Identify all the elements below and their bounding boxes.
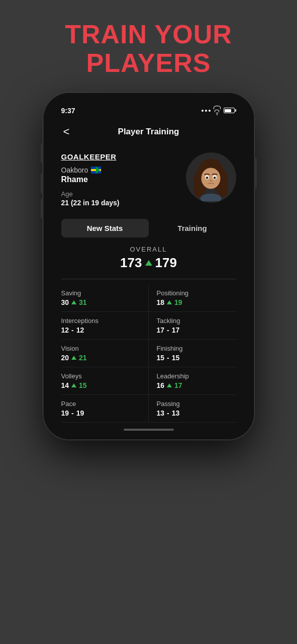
stat-value: 1415 xyxy=(61,381,140,389)
svg-point-9 xyxy=(206,177,209,179)
player-club-row: Oakboro xyxy=(61,166,186,174)
stat-old-value: 15 xyxy=(157,354,165,362)
stat-value: 17 - 17 xyxy=(157,326,236,334)
stats-grid: Saving3031Positioning1819Interceptions12… xyxy=(49,282,248,423)
overall-label: OVERALL xyxy=(61,246,236,253)
stat-new-value: 21 xyxy=(79,354,87,362)
player-name: Rhame xyxy=(61,175,186,184)
stat-old-value: 18 xyxy=(157,298,165,306)
stat-up-arrow xyxy=(71,383,76,387)
stat-cell-vision: Vision2021 xyxy=(61,340,149,367)
stat-cell-finishing: Finishing15 - 15 xyxy=(149,340,236,367)
player-age-value: 21 (22 in 19 days) xyxy=(61,199,186,207)
stat-old-value: 17 xyxy=(157,326,165,334)
back-button[interactable]: < xyxy=(59,123,74,140)
flag-icon xyxy=(91,167,101,174)
stat-separator: - xyxy=(71,326,74,334)
stat-value: 15 - 15 xyxy=(157,354,236,362)
stat-name: Leadership xyxy=(157,372,236,380)
stat-name: Volleys xyxy=(61,372,140,380)
stat-old-value: 16 xyxy=(157,381,165,389)
stat-name: Passing xyxy=(157,400,236,408)
overall-value: 173 179 xyxy=(61,255,236,271)
stat-value: 12 - 12 xyxy=(61,326,140,334)
stat-value: 19 - 19 xyxy=(61,409,140,417)
stat-separator: - xyxy=(167,409,169,417)
stat-cell-passing: Passing13 - 13 xyxy=(149,395,236,423)
stat-old-value: 30 xyxy=(61,298,69,306)
overall-divider xyxy=(61,279,236,279)
overall-section: OVERALL 173 179 xyxy=(49,237,248,276)
headline-line2: PLAYERS xyxy=(86,48,211,77)
stat-new-value: 12 xyxy=(76,326,84,334)
stat-cell-positioning: Positioning1819 xyxy=(149,284,236,312)
stat-cell-interceptions: Interceptions12 - 12 xyxy=(61,312,149,340)
stat-new-value: 17 xyxy=(174,381,182,389)
headline-line1: TRAIN YOUR xyxy=(65,20,232,49)
stat-cell-leadership: Leadership1617 xyxy=(149,367,236,395)
overall-old: 173 xyxy=(120,255,142,271)
player-position: GOALKEEPER xyxy=(61,152,186,161)
signal-icon xyxy=(202,110,211,112)
stat-value: 2021 xyxy=(61,354,140,362)
home-bar xyxy=(124,429,174,431)
stat-new-value: 13 xyxy=(172,409,180,417)
stat-value: 13 - 13 xyxy=(157,409,236,417)
status-icons xyxy=(202,106,236,115)
svg-point-6 xyxy=(202,168,221,189)
stat-name: Pace xyxy=(61,400,140,408)
stat-separator: - xyxy=(71,409,74,417)
notch xyxy=(119,99,179,113)
stat-new-value: 19 xyxy=(174,298,182,306)
overall-new: 179 xyxy=(155,255,177,271)
stat-name: Tackling xyxy=(157,317,236,325)
stat-value: 1819 xyxy=(157,298,236,306)
battery-icon xyxy=(224,108,236,113)
home-indicator xyxy=(49,423,248,434)
svg-point-10 xyxy=(214,177,216,179)
headline: TRAIN YOUR PLAYERS xyxy=(55,0,242,93)
tab-training[interactable]: Training xyxy=(149,219,236,237)
stat-cell-tackling: Tackling17 - 17 xyxy=(149,312,236,340)
stat-new-value: 15 xyxy=(172,354,180,362)
stat-separator: - xyxy=(167,326,169,334)
stat-new-value: 19 xyxy=(76,409,84,417)
stat-name: Interceptions xyxy=(61,317,140,325)
player-info: GOALKEEPER Oakboro Rhame Age 21 (22 in 1… xyxy=(61,152,186,207)
stat-old-value: 12 xyxy=(61,326,69,334)
player-avatar xyxy=(186,152,236,203)
nav-title: Player Training xyxy=(118,127,179,137)
stat-up-arrow xyxy=(167,300,172,304)
status-time: 9:37 xyxy=(61,107,75,115)
svg-point-13 xyxy=(210,180,213,182)
stat-name: Positioning xyxy=(157,289,236,297)
tab-new-stats[interactable]: New Stats xyxy=(61,219,149,237)
wifi-icon xyxy=(214,106,221,115)
player-age-label: Age xyxy=(61,190,186,198)
stat-cell-saving: Saving3031 xyxy=(61,284,149,312)
svg-point-12 xyxy=(215,177,216,178)
stat-cell-volleys: Volleys1415 xyxy=(61,367,149,395)
svg-point-11 xyxy=(207,177,208,178)
overall-up-arrow xyxy=(145,260,152,266)
stat-old-value: 20 xyxy=(61,354,69,362)
stat-new-value: 31 xyxy=(79,298,87,306)
phone-screen: 9:37 xyxy=(49,99,248,434)
tabs-row: New Stats Training xyxy=(61,219,236,237)
stat-new-value: 17 xyxy=(172,326,180,334)
stat-old-value: 14 xyxy=(61,381,69,389)
stat-old-value: 13 xyxy=(157,409,165,417)
player-section: GOALKEEPER Oakboro Rhame Age 21 (22 in 1… xyxy=(49,147,248,215)
stat-new-value: 15 xyxy=(79,381,87,389)
stat-cell-pace: Pace19 - 19 xyxy=(61,395,149,423)
stat-name: Saving xyxy=(61,289,140,297)
stat-old-value: 19 xyxy=(61,409,69,417)
stat-value: 1617 xyxy=(157,381,236,389)
stat-name: Finishing xyxy=(157,345,236,352)
stat-value: 3031 xyxy=(61,298,140,306)
stat-separator: - xyxy=(167,354,169,362)
phone-device: 9:37 xyxy=(43,93,254,440)
stat-up-arrow xyxy=(167,383,172,387)
stat-name: Vision xyxy=(61,345,140,352)
player-club: Oakboro xyxy=(61,166,88,174)
